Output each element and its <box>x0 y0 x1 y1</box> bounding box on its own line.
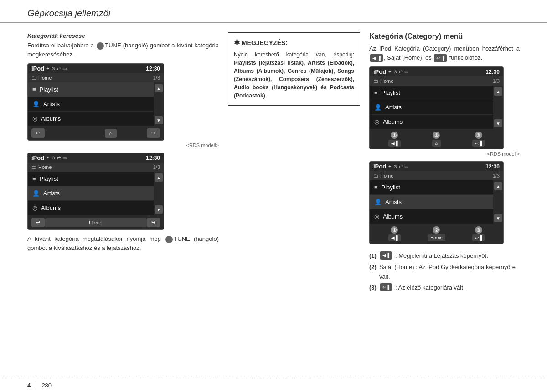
page-footer: 4 | 280 <box>0 378 547 392</box>
left-column: Kategóriák keresése Fordítsa el balra/jo… <box>27 32 219 295</box>
circle-icon-r2: ⊙ <box>393 164 397 169</box>
home-row-1: 🗀 Home 1/3 <box>28 73 164 82</box>
bluetooth-icon-1: ✦ <box>46 66 50 71</box>
num-circle-r2-2: ② <box>433 226 440 234</box>
bt-icon-r2: ✦ <box>388 164 392 169</box>
home-row-r2: 🗀 Home 1/3 <box>370 171 503 180</box>
forward-btn-2[interactable]: ↪ <box>147 218 160 227</box>
list-item-artists-2[interactable]: 👤 Artists <box>28 186 154 201</box>
list-item-albums-1[interactable]: ◎ Albums <box>28 112 154 126</box>
albums-label-1: Albums <box>41 115 149 122</box>
content-area: Kategóriák keresése Fordítsa el balra/jo… <box>0 23 547 304</box>
brand-1: iPod ✦ ⊙ ⇄ ▭ <box>31 65 67 72</box>
brand-label-1: iPod <box>31 65 44 72</box>
battery-icon-2: ▭ <box>62 155 67 160</box>
list-item-r1-albums[interactable]: ◎ Albums <box>370 115 493 129</box>
icon-btn-1: ◀ ▐ <box>370 54 383 62</box>
right-screen-wrapper-1: iPod ✦ ⊙ ⇄ ▭ 12:30 🗀 Home 1/3 <box>369 66 520 157</box>
list-item-r1-artists[interactable]: 👤 Artists <box>370 100 493 115</box>
icon-r2-p: ≡ <box>374 184 378 191</box>
scroll-up-r2[interactable]: ▲ <box>494 182 502 190</box>
list-item-r2-playlist[interactable]: ≡ Playlist <box>370 180 493 195</box>
circle-icon-r1: ⊙ <box>393 69 397 74</box>
scroll-down-r2[interactable]: ▼ <box>494 214 502 222</box>
num-btn-r1-2[interactable]: ② ⌂ <box>415 132 457 147</box>
battery-icon-1: ▭ <box>62 66 67 71</box>
folder-icon-2: 🗀 <box>31 164 36 170</box>
icon-r1-p: ≡ <box>374 89 378 96</box>
annotation-2: (2) Saját (Home) : Az iPod Gyökérkategór… <box>369 263 520 282</box>
icon-btn-2: ↩ ▐ <box>434 54 447 62</box>
list-item-albums-2[interactable]: ◎ Albums <box>28 201 154 215</box>
footer-num: 280 <box>41 382 52 389</box>
usb-icon-r1: ⇄ <box>399 69 403 74</box>
ann-text-3: : Az előző kategóriára vált. <box>395 283 464 293</box>
albums-label-2: Albums <box>41 204 149 211</box>
list-item-artists-1[interactable]: 👤 Artists <box>28 97 154 112</box>
right-intro-text: Az iPod Kategória (Category) menüben hoz… <box>369 44 520 62</box>
playlist-label-1: Playlist <box>40 86 149 93</box>
icon-r1-a: 👤 <box>374 104 382 111</box>
list-item-r2-albums[interactable]: ◎ Albums <box>370 209 493 224</box>
annotations: (1) ◀▐ : Megjeleníti a Lejátszás képerny… <box>369 251 520 293</box>
statusbar-r2: iPod ✦ ⊙ ⇄ ▭ 12:30 <box>370 162 503 171</box>
num-btn-r2-1[interactable]: ① ◀▐ <box>373 226 415 241</box>
asterisk-icon: ✱ <box>234 39 240 46</box>
folder-r1: 🗀 <box>373 78 378 84</box>
home-row-r1: 🗀 Home 1/3 <box>370 76 503 86</box>
scrollbar-r2[interactable]: ▲ ▼ <box>493 180 503 224</box>
scroll-down-r1[interactable]: ▼ <box>494 119 502 127</box>
num-icon-r2-1: ◀▐ <box>388 234 401 241</box>
ipod-screen-1: iPod ✦ ⊙ ⇄ ▭ 12:30 🗀 Home 1/3 ≡ Playlis <box>27 63 164 141</box>
scrollbar-1[interactable]: ▲ ▼ <box>154 82 164 126</box>
playlist-icon-2: ≡ <box>32 175 36 182</box>
num-btn-r2-3[interactable]: ③ ↩▐ <box>458 226 500 241</box>
footer-separator: | <box>35 381 37 389</box>
ann-icon-3: ↩▐ <box>380 283 392 291</box>
middle-column: ✱ MEGJEGYZÉS: Nyolc kereshető kategória … <box>228 32 360 295</box>
num-btn-r1-1[interactable]: ① ◀▐ <box>373 132 415 147</box>
home-r1: Home <box>380 78 393 84</box>
rds-label-1: <RDS modell> <box>27 143 219 148</box>
list-item-r1-playlist[interactable]: ≡ Playlist <box>370 86 493 100</box>
back-btn-2[interactable]: ↩ <box>31 218 45 227</box>
note-text: Nyolc kereshető kategória van, éspedig: … <box>234 51 354 100</box>
statusbar-r1: iPod ✦ ⊙ ⇄ ▭ 12:30 <box>370 67 503 76</box>
scrollbar-2[interactable]: ▲ ▼ <box>154 172 164 215</box>
home-btn-2[interactable]: Home <box>45 218 147 227</box>
artists-label-2: Artists <box>43 190 149 197</box>
albums-icon-2: ◎ <box>32 204 37 211</box>
scroll-up-1[interactable]: ▲ <box>155 84 163 92</box>
list-item-r2-artists[interactable]: 👤 Artists <box>370 195 493 209</box>
scroll-up-2[interactable]: ▲ <box>155 173 163 182</box>
scrollbar-r1[interactable]: ▲ ▼ <box>493 86 503 129</box>
forward-btn-1[interactable]: ↪ <box>147 128 160 138</box>
list-r1: ≡ Playlist 👤 Artists ◎ Albums ▲ ▼ <box>370 86 503 129</box>
list-item-playlist-2[interactable]: ≡ Playlist <box>28 172 154 186</box>
num-circle-r2-1: ① <box>391 226 398 234</box>
list-item-playlist-1[interactable]: ≡ Playlist <box>28 82 154 97</box>
statusbar-1: iPod ✦ ⊙ ⇄ ▭ 12:30 <box>28 64 164 73</box>
ann-num-1: (1) <box>369 251 377 261</box>
ipod-screen-right-1: iPod ✦ ⊙ ⇄ ▭ 12:30 🗀 Home 1/3 <box>369 66 504 149</box>
note-box: ✱ MEGJEGYZÉS: Nyolc kereshető kategória … <box>228 32 360 106</box>
circle-icon-2: ⊙ <box>52 155 55 160</box>
home-icon-btn-1[interactable]: ⌂ <box>105 129 117 138</box>
artists-label-1: Artists <box>43 101 149 107</box>
annotation-3: (3) ↩▐ : Az előző kategóriára vált. <box>369 283 520 293</box>
scroll-down-1[interactable]: ▼ <box>155 116 163 124</box>
usb-icon-2: ⇄ <box>57 155 61 160</box>
back-btn-1[interactable]: ↩ <box>31 128 45 138</box>
home-label-2: Home <box>38 164 52 170</box>
ann-icon-1: ◀▐ <box>380 251 392 260</box>
num-icon-r2-3: ↩▐ <box>472 234 485 241</box>
num-btn-r2-2[interactable]: ② Home <box>415 226 457 241</box>
num-icon-r1-2: ⌂ <box>432 140 440 147</box>
bottom-bar-2: ↩ Home ↪ <box>28 215 164 229</box>
num-icon-r1-1: ◀▐ <box>388 140 401 147</box>
scroll-down-2[interactable]: ▼ <box>155 205 163 214</box>
scroll-up-r1[interactable]: ▲ <box>494 87 502 96</box>
left-section-text: Fordítsa el balra/jobbra a TUNE (hangoló… <box>27 41 219 59</box>
num-btn-r1-3[interactable]: ③ ↩▐ <box>458 132 500 147</box>
right-title: Kategória (Category) menü <box>369 32 520 41</box>
